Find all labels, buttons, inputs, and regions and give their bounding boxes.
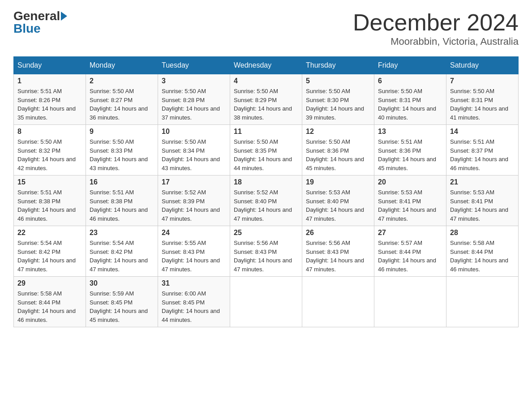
logo-arrow-icon: [61, 12, 67, 21]
calendar-day-cell: 7Sunrise: 5:50 AMSunset: 8:31 PMDaylight…: [446, 74, 519, 125]
calendar-day-cell: [374, 277, 446, 327]
day-info: Sunrise: 5:54 AMSunset: 8:42 PMDaylight:…: [90, 239, 154, 274]
day-info: Sunrise: 5:55 AMSunset: 8:43 PMDaylight:…: [162, 239, 226, 274]
calendar-day-cell: 6Sunrise: 5:50 AMSunset: 8:31 PMDaylight…: [374, 74, 446, 125]
day-number: 12: [306, 128, 370, 136]
calendar-day-cell: 14Sunrise: 5:51 AMSunset: 8:37 PMDayligh…: [446, 125, 519, 176]
day-info: Sunrise: 5:59 AMSunset: 8:45 PMDaylight:…: [90, 289, 154, 324]
day-number: 16: [90, 178, 154, 186]
day-info: Sunrise: 5:58 AMSunset: 8:44 PMDaylight:…: [450, 239, 515, 274]
day-info: Sunrise: 5:50 AMSunset: 8:33 PMDaylight:…: [90, 137, 154, 172]
day-number: 20: [378, 178, 442, 186]
col-sunday: Sunday: [14, 57, 86, 74]
day-info: Sunrise: 5:53 AMSunset: 8:40 PMDaylight:…: [306, 188, 370, 223]
calendar-day-cell: 27Sunrise: 5:57 AMSunset: 8:44 PMDayligh…: [374, 226, 446, 277]
day-info: Sunrise: 5:50 AMSunset: 8:36 PMDaylight:…: [306, 137, 370, 172]
day-number: 6: [378, 77, 442, 85]
day-info: Sunrise: 5:50 AMSunset: 8:31 PMDaylight:…: [378, 87, 442, 122]
day-info: Sunrise: 5:51 AMSunset: 8:38 PMDaylight:…: [90, 188, 154, 223]
calendar-day-cell: [302, 277, 374, 327]
day-number: 14: [450, 128, 515, 136]
day-info: Sunrise: 5:51 AMSunset: 8:26 PMDaylight:…: [17, 87, 82, 122]
calendar-day-cell: 21Sunrise: 5:53 AMSunset: 8:41 PMDayligh…: [446, 176, 519, 226]
calendar-day-cell: 24Sunrise: 5:55 AMSunset: 8:43 PMDayligh…: [158, 226, 230, 277]
logo-blue-text: Blue: [13, 21, 41, 36]
calendar-day-cell: 23Sunrise: 5:54 AMSunset: 8:42 PMDayligh…: [86, 226, 158, 277]
calendar-day-cell: 9Sunrise: 5:50 AMSunset: 8:33 PMDaylight…: [86, 125, 158, 176]
calendar-day-cell: 3Sunrise: 5:50 AMSunset: 8:28 PMDaylight…: [158, 74, 230, 125]
calendar-day-cell: [230, 277, 302, 327]
calendar-week-row: 8Sunrise: 5:50 AMSunset: 8:32 PMDaylight…: [14, 125, 519, 176]
day-info: Sunrise: 5:56 AMSunset: 8:43 PMDaylight:…: [234, 239, 298, 274]
day-number: 30: [90, 279, 154, 287]
day-info: Sunrise: 5:50 AMSunset: 8:29 PMDaylight:…: [234, 87, 298, 122]
day-info: Sunrise: 5:51 AMSunset: 8:36 PMDaylight:…: [378, 137, 442, 172]
title-area: December 2024 Moorabbin, Victoria, Austr…: [353, 9, 519, 47]
day-info: Sunrise: 5:50 AMSunset: 8:31 PMDaylight:…: [450, 87, 515, 122]
calendar-day-cell: 25Sunrise: 5:56 AMSunset: 8:43 PMDayligh…: [230, 226, 302, 277]
day-info: Sunrise: 5:52 AMSunset: 8:40 PMDaylight:…: [234, 188, 298, 223]
day-number: 13: [378, 128, 442, 136]
day-number: 3: [162, 77, 226, 85]
col-thursday: Thursday: [302, 57, 374, 74]
day-number: 18: [234, 178, 298, 186]
calendar-day-cell: 13Sunrise: 5:51 AMSunset: 8:36 PMDayligh…: [374, 125, 446, 176]
calendar-day-cell: 12Sunrise: 5:50 AMSunset: 8:36 PMDayligh…: [302, 125, 374, 176]
day-info: Sunrise: 5:50 AMSunset: 8:28 PMDaylight:…: [162, 87, 226, 122]
day-info: Sunrise: 5:50 AMSunset: 8:35 PMDaylight:…: [234, 137, 298, 172]
col-friday: Friday: [374, 57, 446, 74]
calendar-day-cell: 8Sunrise: 5:50 AMSunset: 8:32 PMDaylight…: [14, 125, 86, 176]
calendar-day-cell: 20Sunrise: 5:53 AMSunset: 8:41 PMDayligh…: [374, 176, 446, 226]
day-number: 11: [234, 128, 298, 136]
col-wednesday: Wednesday: [230, 57, 302, 74]
day-info: Sunrise: 5:58 AMSunset: 8:44 PMDaylight:…: [17, 289, 82, 324]
calendar-day-cell: 28Sunrise: 5:58 AMSunset: 8:44 PMDayligh…: [446, 226, 519, 277]
day-number: 1: [17, 77, 82, 85]
calendar-day-cell: 10Sunrise: 5:50 AMSunset: 8:34 PMDayligh…: [158, 125, 230, 176]
day-number: 9: [90, 128, 154, 136]
day-number: 8: [17, 128, 82, 136]
calendar-week-row: 22Sunrise: 5:54 AMSunset: 8:42 PMDayligh…: [14, 226, 519, 277]
calendar-day-cell: 5Sunrise: 5:50 AMSunset: 8:30 PMDaylight…: [302, 74, 374, 125]
day-info: Sunrise: 5:56 AMSunset: 8:43 PMDaylight:…: [306, 239, 370, 274]
day-info: Sunrise: 5:53 AMSunset: 8:41 PMDaylight:…: [450, 188, 515, 223]
calendar-day-cell: 4Sunrise: 5:50 AMSunset: 8:29 PMDaylight…: [230, 74, 302, 125]
day-info: Sunrise: 5:50 AMSunset: 8:30 PMDaylight:…: [306, 87, 370, 122]
day-number: 28: [450, 229, 515, 237]
day-number: 15: [17, 178, 82, 186]
day-info: Sunrise: 5:52 AMSunset: 8:39 PMDaylight:…: [162, 188, 226, 223]
day-info: Sunrise: 5:51 AMSunset: 8:37 PMDaylight:…: [450, 137, 515, 172]
day-number: 22: [17, 229, 82, 237]
calendar-day-cell: 16Sunrise: 5:51 AMSunset: 8:38 PMDayligh…: [86, 176, 158, 226]
calendar-day-cell: 2Sunrise: 5:50 AMSunset: 8:27 PMDaylight…: [86, 74, 158, 125]
calendar-week-row: 1Sunrise: 5:51 AMSunset: 8:26 PMDaylight…: [14, 74, 519, 125]
day-info: Sunrise: 5:51 AMSunset: 8:38 PMDaylight:…: [17, 188, 82, 223]
calendar-day-cell: 29Sunrise: 5:58 AMSunset: 8:44 PMDayligh…: [14, 277, 86, 327]
day-number: 5: [306, 77, 370, 85]
calendar-day-cell: [446, 277, 519, 327]
calendar-day-cell: 26Sunrise: 5:56 AMSunset: 8:43 PMDayligh…: [302, 226, 374, 277]
day-number: 4: [234, 77, 298, 85]
col-saturday: Saturday: [446, 57, 519, 74]
day-number: 23: [90, 229, 154, 237]
day-info: Sunrise: 5:53 AMSunset: 8:41 PMDaylight:…: [378, 188, 442, 223]
day-number: 17: [162, 178, 226, 186]
calendar-day-cell: 17Sunrise: 5:52 AMSunset: 8:39 PMDayligh…: [158, 176, 230, 226]
calendar-day-cell: 19Sunrise: 5:53 AMSunset: 8:40 PMDayligh…: [302, 176, 374, 226]
day-number: 26: [306, 229, 370, 237]
calendar-day-cell: 30Sunrise: 5:59 AMSunset: 8:45 PMDayligh…: [86, 277, 158, 327]
location: Moorabbin, Victoria, Australia: [353, 36, 519, 47]
day-number: 25: [234, 229, 298, 237]
day-number: 7: [450, 77, 515, 85]
col-tuesday: Tuesday: [158, 57, 230, 74]
page-header: General Blue December 2024 Moorabbin, Vi…: [13, 9, 519, 47]
month-title: December 2024: [353, 9, 519, 36]
calendar-day-cell: 1Sunrise: 5:51 AMSunset: 8:26 PMDaylight…: [14, 74, 86, 125]
calendar-day-cell: 31Sunrise: 6:00 AMSunset: 8:45 PMDayligh…: [158, 277, 230, 327]
day-number: 29: [17, 279, 82, 287]
day-number: 10: [162, 128, 226, 136]
day-info: Sunrise: 5:50 AMSunset: 8:27 PMDaylight:…: [90, 87, 154, 122]
day-number: 24: [162, 229, 226, 237]
calendar-header-row: Sunday Monday Tuesday Wednesday Thursday…: [14, 57, 519, 74]
calendar-day-cell: 11Sunrise: 5:50 AMSunset: 8:35 PMDayligh…: [230, 125, 302, 176]
